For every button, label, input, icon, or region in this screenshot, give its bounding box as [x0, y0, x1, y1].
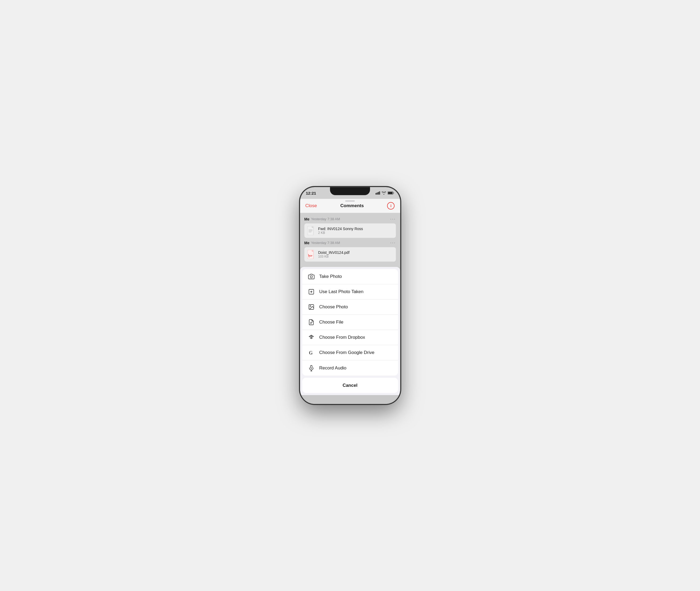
- more-options-button[interactable]: ···: [390, 240, 396, 246]
- comment-item: Me Yesterday 7:38 AM ··· PDF: [304, 240, 396, 262]
- comment-item: Me Yesterday 7:38 AM ···: [304, 216, 396, 238]
- google-drive-icon: G: [308, 349, 315, 356]
- choose-dropbox-label: Choose From Dropbox: [319, 335, 365, 340]
- svg-point-18: [310, 306, 311, 307]
- record-audio-label: Record Audio: [319, 366, 346, 371]
- comment-meta: Me Yesterday 7:38 AM ···: [304, 216, 396, 222]
- file-icon: [307, 225, 316, 236]
- cancel-button[interactable]: Cancel: [302, 378, 398, 393]
- comments-area: Me Yesterday 7:38 AM ···: [300, 213, 400, 267]
- comment-author: Me: [304, 241, 309, 245]
- svg-rect-22: [311, 366, 312, 369]
- photo-icon: [308, 303, 315, 311]
- notch: [330, 187, 370, 195]
- file-size: 103 KB: [318, 255, 350, 258]
- file-name: Fwd: INV0124 Sonny Ross: [318, 226, 363, 231]
- take-photo-button[interactable]: Take Photo: [302, 269, 398, 284]
- photo-add-icon: [308, 288, 315, 296]
- choose-file-button[interactable]: Choose File: [302, 315, 398, 330]
- file-name: Doist_INV0124.pdf: [318, 250, 350, 255]
- wifi-icon: [382, 191, 386, 195]
- dropbox-icon: [308, 334, 315, 341]
- file-icon: [308, 319, 315, 326]
- choose-photo-button[interactable]: Choose Photo: [302, 300, 398, 315]
- more-options-button[interactable]: ···: [390, 216, 396, 222]
- use-last-photo-label: Use Last Photo Taken: [319, 289, 364, 294]
- drag-handle: [345, 200, 355, 202]
- pdf-icon: PDF: [307, 249, 316, 259]
- comment-author: Me: [304, 217, 309, 221]
- file-info: Doist_INV0124.pdf 103 KB: [318, 250, 350, 258]
- close-button[interactable]: Close: [305, 203, 317, 208]
- record-audio-button[interactable]: Record Audio: [302, 360, 398, 376]
- microphone-icon: [308, 365, 315, 372]
- main-content: Close Comments i Me Yesterday 7:38 AM ··…: [300, 199, 400, 404]
- comment-time: Yesterday 7:38 AM: [311, 241, 340, 245]
- info-button[interactable]: i: [387, 202, 395, 209]
- header-title: Comments: [340, 203, 364, 208]
- signal-icon: [376, 191, 380, 195]
- choose-google-drive-label: Choose From Google Drive: [319, 350, 375, 355]
- phone-device: 12:21: [300, 187, 400, 404]
- svg-rect-0: [376, 193, 376, 195]
- svg-point-13: [310, 276, 312, 278]
- status-icons: [376, 191, 394, 195]
- file-attachment[interactable]: PDF Doist_INV0124.pdf 103 KB: [304, 247, 396, 262]
- status-time: 12:21: [306, 191, 316, 195]
- file-size: 2 KB: [318, 231, 363, 235]
- comment-meta: Me Yesterday 7:38 AM ···: [304, 240, 396, 246]
- action-sheet: Take Photo Use Last Photo Taken: [300, 267, 400, 395]
- choose-file-label: Choose File: [319, 320, 343, 325]
- file-info: Fwd: INV0124 Sonny Ross 2 KB: [318, 226, 363, 235]
- phone-screen: 12:21: [300, 187, 400, 404]
- svg-text:G: G: [309, 350, 313, 355]
- comment-time: Yesterday 7:38 AM: [311, 217, 340, 221]
- modal-header: Close Comments i: [300, 199, 400, 213]
- svg-rect-5: [388, 192, 392, 194]
- svg-rect-2: [378, 192, 379, 195]
- choose-google-drive-button[interactable]: G Choose From Google Drive: [302, 345, 398, 360]
- use-last-photo-button[interactable]: Use Last Photo Taken: [302, 284, 398, 300]
- camera-icon: [308, 273, 315, 280]
- action-group: Take Photo Use Last Photo Taken: [302, 269, 398, 376]
- choose-dropbox-button[interactable]: Choose From Dropbox: [302, 330, 398, 345]
- take-photo-label: Take Photo: [319, 274, 342, 279]
- svg-rect-3: [379, 191, 380, 195]
- svg-rect-1: [377, 192, 378, 195]
- choose-photo-label: Choose Photo: [319, 304, 348, 310]
- svg-text:PDF: PDF: [309, 255, 313, 257]
- file-attachment[interactable]: Fwd: INV0124 Sonny Ross 2 KB: [304, 223, 396, 238]
- battery-icon: [388, 191, 394, 195]
